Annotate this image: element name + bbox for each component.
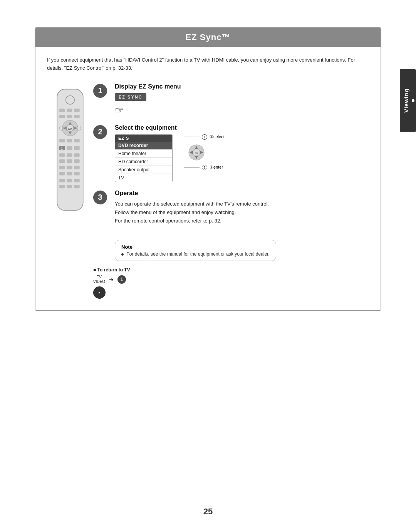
svg-rect-39 [59,185,65,188]
video-button[interactable]: ● [93,286,106,299]
main-content-box: EZ Sync™ If you connect equipment that h… [35,27,381,311]
enter-num: 2 [202,165,207,170]
svg-rect-4 [74,109,80,112]
svg-rect-24 [59,153,65,157]
box-header: EZ Sync™ [35,28,381,47]
menu-item-dvd: DVD recorder [115,142,172,150]
dpad-area: 1 ①select [184,134,225,170]
box-content: If you connect equipment that has "HDAVI… [35,47,381,310]
ezsync-button-label: EZ SYNC [115,93,146,101]
step-1-title: Display EZ Sync menu [115,83,369,90]
svg-rect-35 [74,172,80,175]
svg-rect-28 [67,159,72,162]
svg-rect-38 [74,179,80,182]
step-2-row: 2 Select the equipment EZ S D [93,124,369,182]
step-3-title: Operate [115,190,369,197]
menu-item-speaker: Speaker output [115,166,172,174]
note-box: Note For details, see the manual for the… [115,240,276,261]
svg-rect-31 [67,166,72,169]
step-3-line-3: For the remote control operations, refer… [115,217,369,225]
svg-text:OK: OK [195,152,198,154]
menu-list: EZ S DVD recorder Home theater [115,134,173,182]
svg-rect-29 [74,159,80,162]
svg-rect-26 [74,153,80,157]
step-2-layout: EZ S DVD recorder Home theater [115,134,369,182]
select-annotation: 1 ①select [184,134,225,140]
svg-text:1: 1 [61,147,63,151]
step-2-title: Select the equipment [115,124,369,131]
svg-rect-32 [74,166,80,169]
svg-rect-41 [74,185,80,188]
arrow-icon: ➜ [109,276,114,283]
svg-rect-5 [59,115,65,118]
svg-rect-33 [59,172,65,175]
menu-header-label: EZ S [115,135,172,142]
return-title: ■ To return to TV [93,267,369,273]
step-2-content: Select the equipment EZ S DVD recorder [115,124,369,182]
right-tab-title: Viewing [403,89,409,113]
menu-item-hd-cam: HD camcorder [115,158,172,166]
step-3-content: Operate You can operate the selected equ… [115,190,369,261]
svg-rect-23 [74,146,80,150]
svg-rect-25 [67,153,72,157]
step-1-row: 1 Display EZ Sync menu EZ SYNC ☞ [93,83,369,117]
svg-rect-7 [74,115,80,118]
right-side-tab: Viewing Watching Videos and DVDs [400,69,416,132]
box-header-title: EZ Sync™ [186,32,231,42]
enter-annotation: 2 ②enter [184,165,223,170]
svg-rect-18 [67,139,72,142]
menu-item-tv: TV [115,174,172,182]
num-badge-1: 1 [117,275,126,284]
right-tab-dot-icon [412,99,414,102]
remote-illustration: OK 1 [53,87,87,217]
svg-rect-37 [67,179,72,182]
svg-rect-22 [67,146,72,150]
step-3-text: You can operate the selected equipment w… [115,200,369,225]
mini-dpad: OK [184,142,209,163]
svg-rect-3 [67,109,72,112]
steps-col: 1 Display EZ Sync menu EZ SYNC ☞ [93,83,369,299]
page-number: 25 [203,507,213,517]
select-label: ①select [210,134,225,139]
remote-col: OK 1 [47,83,93,217]
annotation-line-2 [184,167,200,167]
svg-rect-30 [59,166,65,169]
intro-text: If you connect equipment that has "HDAVI… [47,56,369,72]
step-3-line-2: Follow the menu of the equipment and enj… [115,208,369,217]
select-num: 1 [202,134,207,140]
video-circle-btn: ● [93,286,369,299]
step-3-line-1: You can operate the selected equipment w… [115,200,369,208]
step-1-content: Display EZ Sync menu EZ SYNC ☞ [115,83,369,117]
step-2-badge: 2 [93,125,107,139]
svg-rect-34 [67,172,72,175]
step-3-badge: 3 [93,191,107,204]
return-section: ■ To return to TV TV VIDEO ➜ 1 [93,267,369,299]
step-1-badge: 1 [93,84,107,98]
note-dot-icon [121,253,124,256]
equipment-menu: EZ S DVD recorder Home theater [115,134,173,182]
svg-rect-2 [59,109,65,112]
hand-finger-icon: ☞ [115,105,369,117]
step-3-row: 3 Operate You can operate the selected e… [93,190,369,261]
svg-rect-6 [67,115,72,118]
svg-rect-40 [67,185,72,188]
note-area: Note For details, see the manual for the… [115,232,369,261]
svg-rect-27 [59,159,65,162]
menu-item-home-theater: Home theater [115,150,172,158]
svg-rect-36 [59,179,65,182]
annotation-line-1 [184,137,200,137]
svg-text:OK: OK [68,127,72,130]
page: Viewing Watching Videos and DVDs 25 EZ S… [0,0,416,532]
video-label: TV VIDEO [93,275,105,284]
return-steps: TV VIDEO ➜ 1 [93,275,369,284]
enter-label: ②enter [210,165,223,170]
note-title: Note [121,244,270,250]
svg-rect-19 [74,139,80,142]
main-layout: OK 1 [47,83,369,299]
note-text: For details, see the manual for the equi… [121,251,270,257]
svg-rect-17 [59,139,65,142]
